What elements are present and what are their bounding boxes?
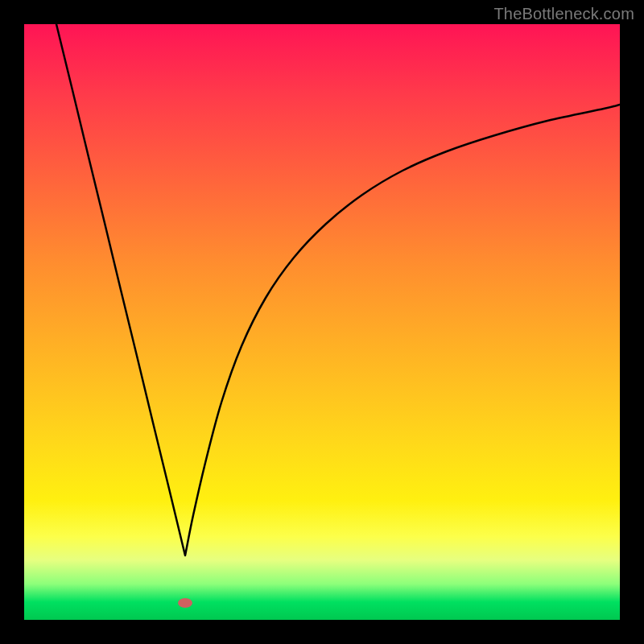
chart-curve: [24, 24, 620, 620]
watermark-text: TheBottleneck.com: [493, 5, 634, 23]
